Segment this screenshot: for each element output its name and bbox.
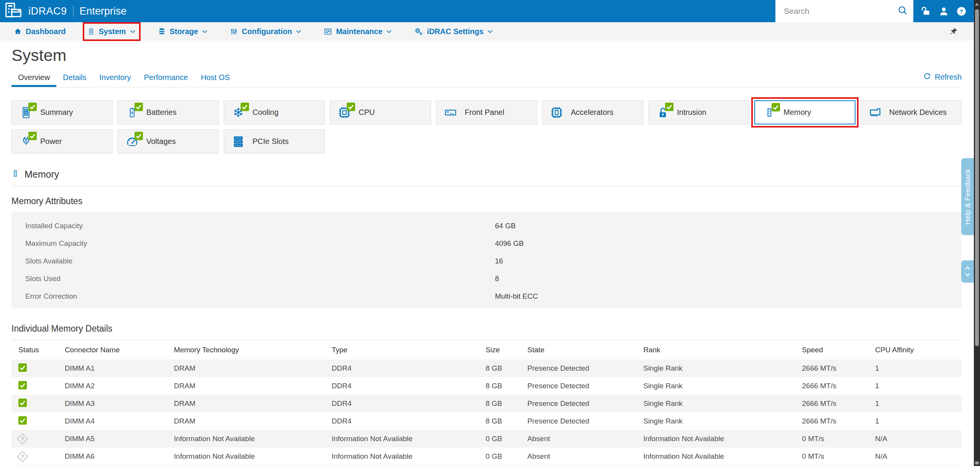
status-cell: [11, 416, 65, 427]
tile-accelerators[interactable]: Accelerators: [542, 100, 643, 124]
status-ok-icon: [28, 132, 37, 142]
tile-intrusion[interactable]: Intrusion: [648, 100, 749, 124]
tile-label: PCIe Slots: [252, 137, 288, 146]
nav-item-maintenance[interactable]: Maintenance: [324, 27, 392, 36]
browser-scrollbar[interactable]: [974, 0, 980, 466]
tile-network-devices[interactable]: Network Devices: [860, 100, 962, 124]
tab-inventory[interactable]: Inventory: [93, 71, 138, 87]
cell-cpu-affinity: 1: [875, 417, 962, 425]
tile-cpu[interactable]: CPU: [330, 100, 431, 124]
column-header-speed: Speed: [802, 346, 875, 354]
cell-type: DDR4: [332, 364, 486, 373]
chevron-down-icon: [202, 29, 208, 34]
attribute-value: 64 GB: [495, 222, 962, 230]
tile-front-panel[interactable]: Front Panel: [436, 100, 537, 124]
status-cell: [11, 399, 65, 409]
refresh-button[interactable]: Refresh: [923, 72, 962, 87]
attribute-row-slots-available: Slots Available16: [11, 252, 962, 270]
tile-memory[interactable]: Memory: [754, 100, 855, 124]
status-ok-icon: [134, 103, 143, 113]
tile-label: Network Devices: [889, 108, 947, 117]
column-header-type: Type: [332, 346, 486, 354]
nav-system-server-icon: [88, 28, 95, 36]
network-card-icon: [868, 105, 882, 120]
cell-speed: 2666 MT/s: [802, 364, 875, 373]
cell-speed: 2666 MT/s: [802, 417, 875, 425]
cell-memory-technology: DRAM: [174, 382, 332, 390]
memory-section-header: Memory: [11, 168, 962, 180]
chevron-down-icon: [964, 273, 971, 277]
front-panel-icon: [443, 105, 458, 120]
attribute-row-installed-capacity: Installed Capacity64 GB: [11, 217, 962, 235]
tile-label: Accelerators: [571, 108, 613, 117]
user-icon[interactable]: [939, 6, 949, 16]
search-icon[interactable]: [897, 5, 908, 17]
pin-page-icon[interactable]: [949, 27, 958, 38]
nav-item-storage[interactable]: Storage: [158, 27, 208, 36]
page-scroll-widget[interactable]: [961, 260, 974, 283]
cell-size: 0 GB: [485, 452, 527, 461]
chevron-down-icon: [296, 29, 302, 34]
cell-cpu-affinity: N/A: [875, 435, 962, 443]
cell-memory-technology: DRAM: [174, 364, 332, 373]
column-header-cpu-affinity: CPU Affinity: [875, 346, 962, 354]
nav-item-system[interactable]: System: [88, 27, 135, 36]
nav-item-label: Storage: [170, 27, 198, 36]
tile-voltages[interactable]: Voltages: [118, 129, 219, 154]
nav-item-label: Configuration: [242, 27, 292, 36]
cell-cpu-affinity: 1: [875, 382, 962, 390]
tab-overview[interactable]: Overview: [11, 71, 56, 87]
cell-size: 8 GB: [485, 399, 527, 408]
tile-label: Batteries: [146, 108, 177, 117]
status-ok-icon: [134, 132, 143, 142]
chevron-up-icon: [964, 266, 971, 270]
tile-cooling[interactable]: ❄Cooling: [224, 100, 325, 124]
tile-batteries[interactable]: Batteries: [118, 100, 219, 124]
attribute-value: 16: [495, 257, 962, 265]
nav-item-idrac-settings[interactable]: iDRAC Settings: [414, 27, 493, 36]
nav-item-label: System: [98, 27, 126, 36]
brand: iDRAC9 Enterprise: [0, 2, 127, 20]
tile-summary[interactable]: Summary: [11, 100, 113, 124]
nav-item-dashboard[interactable]: Dashboard: [14, 27, 66, 36]
scrollbar-down-button[interactable]: [975, 461, 979, 464]
cell-speed: 2666 MT/s: [802, 399, 875, 408]
nav-item-configuration[interactable]: Configuration: [230, 27, 302, 36]
section-divider: [11, 186, 962, 186]
status-cell: ?: [11, 435, 65, 443]
cell-size: 8 GB: [485, 417, 527, 425]
main-navbar: DashboardSystemStorageConfigurationMaint…: [0, 22, 980, 41]
cell-cpu-affinity: 1: [875, 399, 962, 408]
nav-config-sliders-icon: [230, 28, 238, 36]
unlock-icon[interactable]: [921, 6, 931, 16]
nav-home-icon: [14, 28, 22, 36]
table-row: DIMM A3DRAMDDR48 GBPresence DetectedSing…: [11, 395, 962, 412]
memory-attributes-title: Memory Attributes: [11, 196, 962, 206]
tab-host-os[interactable]: Host OS: [194, 71, 236, 87]
status-ok-icon: [18, 399, 27, 409]
tile-power[interactable]: Power: [11, 129, 113, 154]
help-feedback-tab[interactable]: Help & Feedback: [961, 158, 974, 235]
status-cell: [11, 381, 65, 391]
tab-performance[interactable]: Performance: [138, 71, 195, 87]
nav-maintenance-chart-icon: [324, 28, 332, 36]
main-content: System OverviewDetailsInventoryPerforman…: [0, 46, 980, 466]
tile-pcie-slots[interactable]: PCIe Slots: [224, 129, 325, 154]
memory-dimm-icon: [11, 168, 19, 180]
scrollbar-up-arrow-icon[interactable]: [975, 3, 979, 6]
attribute-value: 4096 GB: [495, 239, 962, 248]
attribute-row-slots-used: Slots Used8: [11, 270, 962, 288]
search-input[interactable]: [775, 6, 897, 16]
attribute-label: Maximum Capacity: [25, 239, 495, 248]
status-ok-icon: [241, 103, 249, 113]
help-feedback-label: Help & Feedback: [964, 169, 972, 225]
help-icon[interactable]: ?: [956, 6, 967, 16]
cell-rank: Information Not Available: [643, 452, 802, 461]
nav-item-label: iDRAC Settings: [427, 27, 483, 36]
scrollbar-thumb[interactable]: [975, 9, 979, 346]
search-box[interactable]: [775, 0, 913, 22]
idrac-logo-icon: [5, 2, 22, 20]
attribute-label: Slots Available: [25, 257, 495, 265]
tile-label: Power: [40, 137, 62, 146]
tab-details[interactable]: Details: [56, 71, 93, 87]
